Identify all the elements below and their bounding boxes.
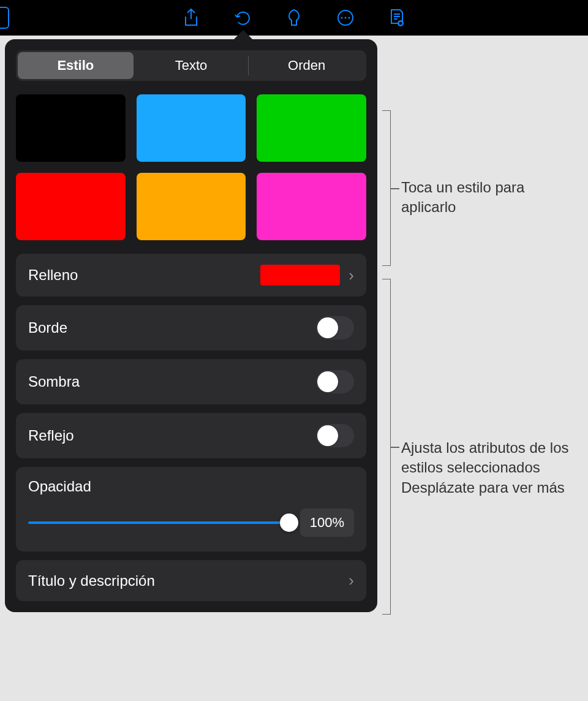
reflection-toggle[interactable]	[316, 424, 354, 447]
style-swatch[interactable]	[16, 94, 126, 162]
toggle-knob	[317, 371, 338, 392]
callout-bracket	[382, 279, 391, 615]
title-description-label: Título y descripción	[28, 572, 155, 589]
reflection-row[interactable]: Reflejo	[16, 413, 366, 458]
svg-point-3	[349, 17, 350, 19]
tab-style[interactable]: Estilo	[18, 52, 134, 79]
shadow-label: Sombra	[28, 373, 80, 390]
opacity-value[interactable]: 100%	[300, 509, 354, 537]
reflection-label: Reflejo	[28, 427, 74, 444]
style-swatch[interactable]	[257, 173, 366, 240]
svg-point-1	[341, 17, 343, 19]
chevron-right-icon: ›	[349, 571, 354, 590]
slider-thumb[interactable]	[280, 513, 298, 532]
popover-arrow	[233, 30, 253, 40]
callout-adjust: Ajusta los atributos de los estilos sele…	[401, 438, 579, 498]
undo-icon[interactable]	[233, 8, 252, 28]
opacity-slider[interactable]	[28, 521, 289, 524]
callout-style-tap: Toca un estilo para aplicarlo	[401, 178, 573, 218]
border-label: Borde	[28, 319, 67, 336]
segmented-control: Estilo Texto Orden	[16, 50, 366, 81]
style-swatch[interactable]	[257, 94, 366, 162]
shadow-toggle[interactable]	[316, 370, 354, 393]
opacity-row: Opacidad 100%	[16, 467, 366, 551]
tab-arrange[interactable]: Orden	[249, 52, 364, 79]
share-icon[interactable]	[181, 8, 201, 28]
style-swatch[interactable]	[16, 173, 126, 240]
callout-bracket	[382, 110, 391, 266]
page-thumbnails-icon[interactable]	[0, 7, 9, 29]
style-swatch[interactable]	[137, 173, 246, 240]
toggle-knob	[317, 425, 338, 446]
callout-line	[391, 188, 399, 189]
fill-row[interactable]: Relleno ›	[16, 254, 366, 297]
tab-text[interactable]: Texto	[134, 52, 249, 79]
title-description-row[interactable]: Título y descripción ›	[16, 560, 366, 601]
chevron-right-icon: ›	[349, 266, 354, 285]
border-toggle[interactable]	[316, 316, 354, 339]
shadow-row[interactable]: Sombra	[16, 359, 366, 404]
callout-line	[391, 447, 399, 448]
border-row[interactable]: Borde	[16, 305, 366, 351]
fill-label: Relleno	[28, 267, 78, 284]
document-mode-icon[interactable]	[387, 8, 407, 28]
toggle-knob	[317, 317, 338, 338]
svg-point-5	[399, 22, 402, 25]
style-swatch-grid	[16, 94, 366, 240]
format-popover: Estilo Texto Orden Relleno › Borde	[5, 39, 377, 612]
more-icon[interactable]	[336, 8, 355, 28]
opacity-label: Opacidad	[28, 478, 354, 495]
svg-point-2	[345, 17, 347, 19]
fill-color-chip	[260, 265, 340, 286]
style-swatch[interactable]	[137, 94, 246, 162]
format-brush-icon[interactable]	[284, 8, 304, 28]
